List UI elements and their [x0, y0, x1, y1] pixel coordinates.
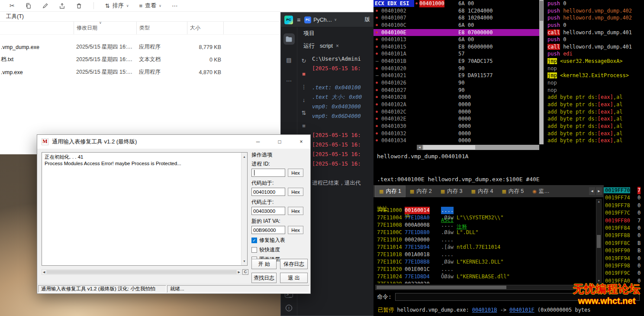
- cut-icon[interactable]: ✂: [10, 2, 15, 9]
- scroll-left-icon[interactable]: ◀: [43, 270, 45, 274]
- field-input-0[interactable]: [251, 169, 285, 177]
- log-hscrollbar[interactable]: ◀ ▶: [42, 269, 242, 275]
- stack-row[interactable]: 0019FF840: [604, 225, 644, 232]
- dump-row[interactable]: 77E1102800220020....: [374, 280, 595, 283]
- column-name[interactable]: [0, 22, 74, 34]
- stack-row[interactable]: 0019FF780: [604, 202, 644, 209]
- disassembly-vscrollbar[interactable]: [539, 0, 544, 144]
- scroll-up-icon[interactable]: ▲: [243, 153, 246, 160]
- stack-row[interactable]: 0019FFA00: [604, 277, 644, 284]
- dump-row[interactable]: 77E1100477E1D8A0 ØáwL"\\SYSTEM32\\": [374, 214, 595, 222]
- disasm-row[interactable]: ●004010136A 00push 0: [374, 36, 644, 43]
- disasm-row[interactable]: ●004010320000add byte ptr ds:[eax],al: [374, 130, 644, 137]
- status-address-to-link[interactable]: 0040101F: [509, 307, 535, 313]
- dialog-button-0[interactable]: 开 始: [251, 259, 277, 269]
- checkbox[interactable]: ✓: [251, 238, 257, 243]
- project-widget[interactable]: PC PyCh… ∨: [304, 16, 337, 23]
- more-tools-icon[interactable]: ⋯: [283, 75, 295, 86]
- dialog-button-3[interactable]: 退 出: [280, 273, 308, 283]
- disasm-row[interactable]: ●0040100EE8 07000000call helloword.vmp_d…: [374, 29, 644, 36]
- more-options-icon[interactable]: ⋮: [301, 84, 307, 90]
- stack-row[interactable]: 0019FF807: [604, 217, 644, 225]
- disasm-row[interactable]: ●0040100768 10204000push helloword.vmp_d…: [374, 14, 644, 22]
- stack-row[interactable]: 0019FF940: [604, 255, 644, 262]
- stack-row[interactable]: 0019FF90B: [604, 247, 644, 254]
- log-corner-button[interactable]: C: [242, 269, 248, 275]
- structure-tool-icon[interactable]: ▤: [283, 54, 295, 65]
- disasm-row[interactable]: ●0040100C6A 00push 0: [374, 22, 644, 29]
- stack-row[interactable]: 0019FF980: [604, 262, 644, 270]
- disasm-row[interactable]: ●00401015E8 06000000call helloword.vmp_d…: [374, 43, 644, 51]
- status-address-from-link[interactable]: 0040101B: [472, 307, 497, 313]
- rerun-icon[interactable]: ↻: [302, 58, 306, 64]
- sort-button[interactable]: ⇅ 排序 ∨: [105, 2, 129, 10]
- tab-script[interactable]: script ×: [320, 43, 339, 49]
- disasm-row[interactable]: ●0040102C0000add byte ptr ds:[eax],al: [374, 108, 644, 116]
- scroll-down-icon[interactable]: ▼: [243, 258, 246, 264]
- memory-tab[interactable]: ▦内存 2: [406, 186, 436, 197]
- close-button[interactable]: ×: [292, 135, 310, 149]
- dump-row[interactable]: 77E1101000020000....: [374, 236, 595, 244]
- column-type[interactable]: 类型: [136, 22, 187, 34]
- disasm-row[interactable]: ●0040102A0000add byte ptr ds:[eax],al: [374, 101, 644, 108]
- minimize-button[interactable]: ─: [249, 135, 267, 149]
- dialog-titlebar[interactable]: M 通用输入表修复工具 v1.2 (最终版) ─ □ ×: [37, 135, 310, 149]
- dump-row[interactable]: 77E1100000160014....: [374, 207, 595, 214]
- rename-icon[interactable]: [42, 3, 48, 9]
- scroll-down-icon[interactable]: ↓: [303, 97, 306, 103]
- disasm-row[interactable]: ●004010340000add byte ptr ds:[eax],al: [374, 137, 644, 144]
- disasm-row[interactable]: ●0040102090nop: [374, 65, 644, 72]
- dump-row[interactable]: 77E1102477E1D8D4ÔØáwL"KERNELBASE.dll": [374, 273, 595, 280]
- scroll-left-icon[interactable]: ◀: [417, 145, 422, 150]
- soft-wrap-icon[interactable]: ⇅: [302, 110, 306, 116]
- run-console-output[interactable]: C:\Users\Admini[2025-05-15 16: .text: 0x…: [310, 52, 374, 316]
- scroll-right-icon[interactable]: ▶: [238, 270, 240, 274]
- checkbox-row[interactable]: 较快速度: [251, 246, 309, 254]
- stack-row[interactable]: 0019FF9C0: [604, 270, 644, 277]
- scroll-down-icon[interactable]: ▼: [598, 279, 599, 283]
- dialog-button-2[interactable]: 查找日志: [251, 273, 277, 283]
- disasm-row[interactable]: ●0040101A57push edi: [374, 50, 644, 58]
- disasm-row[interactable]: ●004010300000add byte ptr ds:[eax],al: [374, 123, 644, 130]
- stack-row[interactable]: 0019FF7C0: [604, 209, 644, 217]
- delete-icon[interactable]: [76, 3, 82, 9]
- problems-icon[interactable]: !: [286, 305, 292, 311]
- tab-scroll-left-icon[interactable]: ◀: [589, 187, 595, 195]
- memory-tab[interactable]: ▦内存 5: [498, 186, 528, 197]
- field-input-3[interactable]: 00B96000: [251, 226, 285, 234]
- share-icon[interactable]: [59, 3, 65, 9]
- close-icon[interactable]: ×: [336, 43, 339, 49]
- settings-lines-icon[interactable]: ≡: [302, 123, 306, 129]
- tab-scroll-right-icon[interactable]: ▶: [596, 187, 602, 195]
- command-input[interactable]: [395, 293, 640, 301]
- column-date[interactable]: ∨ 修改日期: [74, 22, 136, 34]
- disasm-row[interactable]: ●0040102E0000add byte ptr ds:[eax],al: [374, 115, 644, 123]
- dump-hscrollbar[interactable]: [375, 285, 602, 290]
- disasm-row[interactable]: ●0040102690nop: [374, 79, 644, 87]
- dump-row[interactable]: 77E11018001A0018....: [374, 251, 595, 258]
- stop-icon[interactable]: ■: [302, 71, 306, 77]
- dialog-button-1[interactable]: 保存日志: [280, 259, 308, 269]
- version-control-label[interactable]: 版: [365, 16, 370, 23]
- memory-tab[interactable]: ◉监…: [528, 186, 554, 197]
- log-output[interactable]: 正在初始化. . . 41Process Modules Access Erro…: [42, 152, 248, 266]
- stack-row[interactable]: 0019FF880: [604, 232, 644, 239]
- project-tool-icon[interactable]: [283, 33, 295, 45]
- disasm-row[interactable]: –0040101BE9 70ADC175jmp <user32.MessageB…: [374, 58, 644, 65]
- dump-row[interactable]: 77E1101C77E1D8B8¸ØáwL"KERNEL32.DLL": [374, 258, 595, 266]
- copy-icon[interactable]: [25, 3, 32, 9]
- dump-row[interactable]: 77E11020001E001C....: [374, 266, 595, 273]
- maximize-button[interactable]: □: [270, 135, 289, 149]
- dump-row[interactable]: 77E11008000A0008....: [374, 222, 595, 229]
- field-input-2[interactable]: 00403000: [251, 207, 285, 215]
- disassembly-hscrollbar[interactable]: ◀: [417, 145, 539, 150]
- disasm-row[interactable]: ●004010280000add byte ptr ds:[eax],al: [374, 94, 644, 101]
- hex-button[interactable]: Hex: [288, 207, 303, 215]
- dump-vscrollbar[interactable]: ▲ ▼: [596, 199, 602, 283]
- disasm-row[interactable]: ECX EDX ESI●004010006A 00push 0: [374, 0, 644, 7]
- memory-tab[interactable]: ▦内存 1: [375, 186, 405, 197]
- stack-row[interactable]: 0019FF707: [604, 187, 644, 194]
- memory-tab[interactable]: ▦内存 4: [467, 186, 497, 197]
- more-button[interactable]: ⋯: [172, 2, 178, 9]
- disasm-row[interactable]: –00401021E9 DA911577jmp <kernel32.ExitPr…: [374, 72, 644, 79]
